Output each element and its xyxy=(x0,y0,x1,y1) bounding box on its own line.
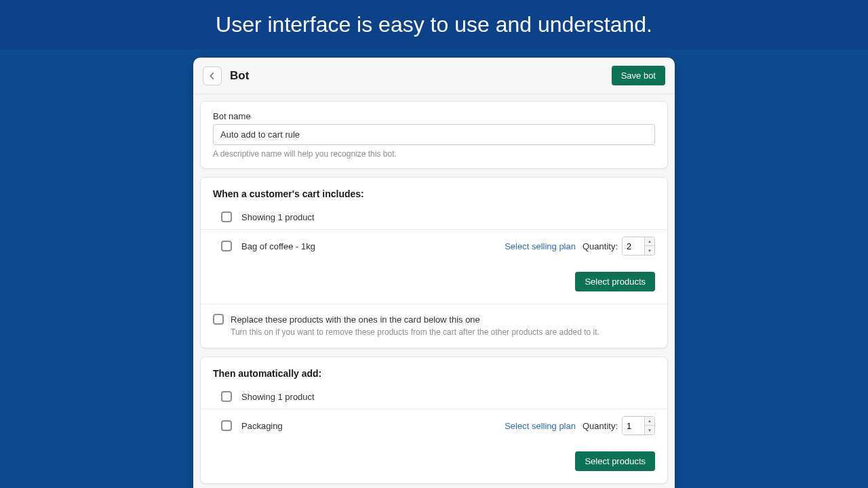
adds-product-checkbox[interactable] xyxy=(221,420,232,431)
arrow-left-icon xyxy=(208,71,217,81)
save-bot-button[interactable]: Save bot xyxy=(612,66,665,85)
quantity-label: Quantity: xyxy=(583,241,618,251)
includes-summary-text: Showing 1 product xyxy=(241,212,655,222)
app-window: Bot Save bot Bot name A descriptive name… xyxy=(193,58,675,488)
replace-option: Replace these products with the ones in … xyxy=(201,304,667,348)
adds-quantity-down-icon[interactable]: ▼ xyxy=(645,426,654,434)
product-row: Bag of coffee - 1kg Select selling plan … xyxy=(201,230,667,262)
adds-select-products-button[interactable]: Select products xyxy=(575,451,655,471)
adds-summary-text: Showing 1 product xyxy=(241,392,655,402)
adds-title: Then automatically add: xyxy=(201,357,667,384)
cart-includes-card: When a customer's cart includes: Showing… xyxy=(200,177,668,348)
adds-quantity-input[interactable] xyxy=(623,417,644,434)
select-selling-plan-link[interactable]: Select selling plan xyxy=(505,241,576,251)
select-all-checkbox[interactable] xyxy=(221,211,232,222)
includes-summary-row: Showing 1 product xyxy=(201,205,667,230)
adds-quantity-stepper[interactable]: ▲ ▼ xyxy=(622,416,655,435)
adds-quantity-up-icon[interactable]: ▲ xyxy=(645,417,654,426)
promo-banner: User interface is easy to use and unders… xyxy=(0,0,868,49)
adds-select-selling-plan-link[interactable]: Select selling plan xyxy=(505,421,576,431)
adds-summary-row: Showing 1 product xyxy=(201,384,667,409)
replace-checkbox[interactable] xyxy=(213,314,224,325)
adds-quantity-label: Quantity: xyxy=(583,421,618,431)
product-name: Bag of coffee - 1kg xyxy=(241,241,505,251)
header-bar: Bot Save bot xyxy=(193,58,675,94)
quantity-input[interactable] xyxy=(623,237,644,255)
includes-title: When a customer's cart includes: xyxy=(201,178,667,205)
adds-product-row: Packaging Select selling plan Quantity: … xyxy=(201,409,667,442)
replace-label: Replace these products with the ones in … xyxy=(231,314,480,325)
back-button[interactable] xyxy=(203,66,222,85)
bot-name-hint: A descriptive name will help you recogni… xyxy=(213,149,655,159)
auto-add-card: Then automatically add: Showing 1 produc… xyxy=(200,357,668,484)
bot-name-card: Bot name A descriptive name will help yo… xyxy=(200,101,668,169)
adds-select-all-checkbox[interactable] xyxy=(221,391,232,402)
quantity-down-icon[interactable]: ▼ xyxy=(645,246,654,255)
replace-hint: Turn this on if you want to remove these… xyxy=(231,327,655,337)
page-title: Bot xyxy=(230,69,612,83)
quantity-stepper[interactable]: ▲ ▼ xyxy=(622,237,655,256)
select-products-button[interactable]: Select products xyxy=(575,272,655,291)
bot-name-label: Bot name xyxy=(213,111,655,121)
bot-name-input[interactable] xyxy=(213,124,655,145)
adds-product-name: Packaging xyxy=(241,421,505,431)
quantity-up-icon[interactable]: ▲ xyxy=(645,237,654,246)
product-checkbox[interactable] xyxy=(221,241,232,251)
